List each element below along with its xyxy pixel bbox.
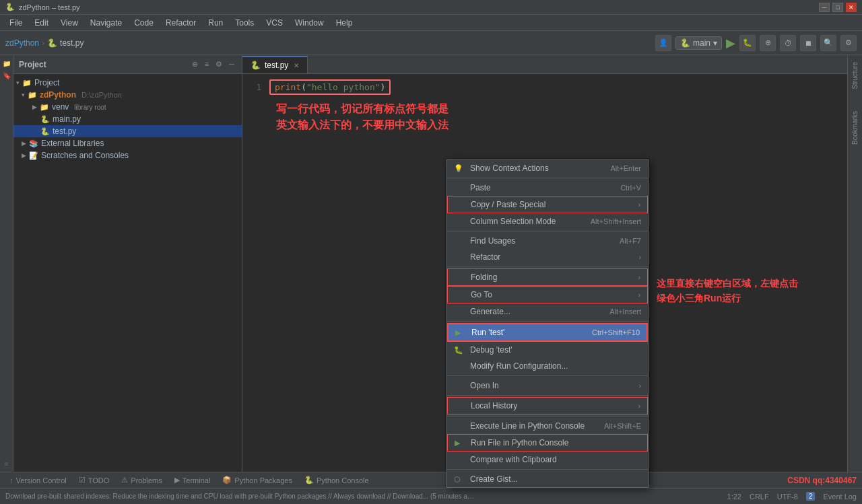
ctx-run-test[interactable]: ▶ Run 'test' Ctrl+Shift+F10 [447,323,648,342]
run-button[interactable]: ▶ [726,36,735,50]
minimize-button[interactable]: ─ [819,3,830,12]
tree-venv[interactable]: ▶ 📁 venv library root [13,101,242,113]
close-button[interactable]: ✕ [846,3,857,12]
right-sidebar: Structure Bookmarks [847,55,862,472]
tab-close-test-py[interactable]: ✕ [294,62,299,69]
profile-button[interactable]: 👤 [655,35,671,51]
tree-zd-python[interactable]: ▾ 📁 zdPython D:\zdPython [13,89,242,101]
sidebar-tab-bookmarks[interactable]: Bookmarks [850,107,860,149]
ctx-create-gist[interactable]: ⬡ Create Gist... [447,471,648,487]
ctx-label-open-in: Open In [470,381,634,390]
menu-vcs[interactable]: VCS [261,17,288,29]
tree-label-project: Project [34,78,59,87]
panel-locate-button[interactable]: ⊕ [190,59,200,69]
settings-button[interactable]: ⚙ [840,35,857,51]
stop-button[interactable]: ⏹ [800,35,816,51]
event-log-badge[interactable]: 2 [806,492,816,501]
breadcrumb-project[interactable]: zdPython [5,38,39,48]
search-button[interactable]: 🔍 [820,35,836,51]
tree-scratches[interactable]: ▶ 📝 Scratches and Consoles [13,149,242,161]
breadcrumb-file[interactable]: test.py [60,38,84,48]
ctx-folding[interactable]: Folding › [447,268,648,286]
tab-python-console[interactable]: 🐍 Python Console [299,474,374,486]
panel-collapse-button[interactable]: ≡ [203,59,211,69]
terminal-icon: ▶ [174,476,180,484]
tree-label-zdpython: zdPython [40,90,76,100]
ctx-refactor[interactable]: Refactor › [447,249,648,265]
tab-version-control[interactable]: ↑ Version Control [4,475,72,486]
panel-minimize-button[interactable]: ─ [227,59,236,69]
toolbar: zdPython › 🐍 test.py 👤 🐍 main ▾ ▶ 🐛 ⊕ ⏱ … [0,31,862,55]
tab-problems[interactable]: ⚠ Problems [116,474,167,486]
run-config-selector[interactable]: 🐍 main ▾ [675,36,722,50]
tree-project-root[interactable]: ▾ 📁 Project [13,77,242,89]
code-line-1: 1 print("hello python") [242,79,847,95]
ctx-debug-test[interactable]: 🐛 Debug 'test' [447,342,648,358]
packages-label: Python Packages [234,476,292,484]
sidebar-icon-structure[interactable]: ≡ [1,458,12,469]
run-file-icon: ▶ [455,439,465,447]
sidebar-tab-structure[interactable]: Structure [850,58,860,94]
maximize-button[interactable]: □ [832,3,843,12]
tab-terminal[interactable]: ▶ Terminal [169,474,216,486]
menu-help[interactable]: Help [331,17,358,29]
menu-window[interactable]: Window [290,17,329,29]
ctx-modify-run-config[interactable]: Modify Run Configuration... [447,358,648,374]
ctx-sep-2 [447,231,648,231]
ctx-execute-line[interactable]: Execute Line in Python Console Alt+Shift… [447,418,648,434]
ctx-goto[interactable]: Go To › [447,286,648,303]
menu-edit[interactable]: Edit [29,17,54,29]
ctx-find-usages[interactable]: Find Usages Alt+F7 [447,233,648,249]
bottom-bar: ↑ Version Control ☑ TODO ⚠ Problems ▶ Te… [0,472,862,488]
vc-icon: ↑ [9,476,13,484]
tab-test-py[interactable]: 🐍 test.py ✕ [242,56,308,73]
coverage-button[interactable]: ⊕ [760,35,776,51]
sidebar-icon-project[interactable]: 📁 [1,58,12,69]
menu-view[interactable]: View [55,17,84,29]
tree-external-libs[interactable]: ▶ 📚 External Libraries [13,137,242,149]
ctx-label-run-test: Run 'test' [471,328,587,337]
ctx-copy-paste-special[interactable]: Copy / Paste Special › [447,196,648,213]
ctx-shortcut-run-test: Ctrl+Shift+F10 [592,328,640,336]
menu-refactor[interactable]: Refactor [160,17,201,29]
tree-path-zdpython: D:\zdPython [81,91,122,99]
debug-button[interactable]: 🐛 [739,35,756,51]
menu-run[interactable]: Run [203,17,228,29]
packages-icon: 📦 [222,476,232,484]
gist-icon: ⬡ [454,475,465,484]
ctx-shortcut-show-context-actions: Alt+Enter [610,164,641,172]
terminal-label: Terminal [183,476,211,484]
ctx-label-find-usages: Find Usages [470,236,614,246]
ctx-column-selection[interactable]: Column Selection Mode Alt+Shift+Insert [447,213,648,229]
expand-arrow-zdpython: ▾ [22,92,25,98]
ctx-open-in[interactable]: Open In › [447,377,648,394]
ctx-generate[interactable]: Generate... Alt+Insert [447,303,648,320]
run-test-icon: ▶ [455,328,466,337]
right-annotation: 这里直接右键空白区域，左键点击绿色小三角Run运行 [657,276,838,306]
tree-test-py[interactable]: 🐍 test.py [13,125,242,137]
menu-code[interactable]: Code [129,17,159,29]
watermark: CSDN qq:4340467 [787,476,857,485]
profile-run-button[interactable]: ⏱ [780,35,796,51]
ctx-local-history[interactable]: Local History › [447,397,648,415]
file-icon-test-py: 🐍 [40,127,50,136]
sidebar-icon-bookmark[interactable]: 🔖 [1,70,12,81]
event-log-label[interactable]: Event Log [823,493,857,501]
expand-arrow-project: ▾ [16,79,20,86]
ctx-shortcut-generate: Alt+Insert [609,308,641,316]
menu-navigate[interactable]: Navigate [85,17,127,29]
menu-file[interactable]: File [4,17,28,29]
tab-python-packages[interactable]: 📦 Python Packages [217,474,298,486]
folder-icon-zdpython: 📁 [28,91,37,100]
ctx-compare-clipboard[interactable]: Compare with Clipboard [447,452,648,468]
ctx-show-context-actions[interactable]: 💡 Show Context Actions Alt+Enter [447,160,648,176]
run-icon: 🐍 [680,38,690,48]
ctx-run-file-python[interactable]: ▶ Run File in Python Console [447,434,648,452]
project-panel-title: Project [19,60,46,69]
tab-todo[interactable]: ☑ TODO [73,474,115,486]
arrow-copy-paste-special: › [638,201,640,209]
ctx-paste[interactable]: Paste Ctrl+V [447,180,648,196]
tree-main-py[interactable]: 🐍 main.py [13,113,242,125]
panel-settings-button[interactable]: ⚙ [213,59,224,69]
menu-tools[interactable]: Tools [230,17,259,29]
